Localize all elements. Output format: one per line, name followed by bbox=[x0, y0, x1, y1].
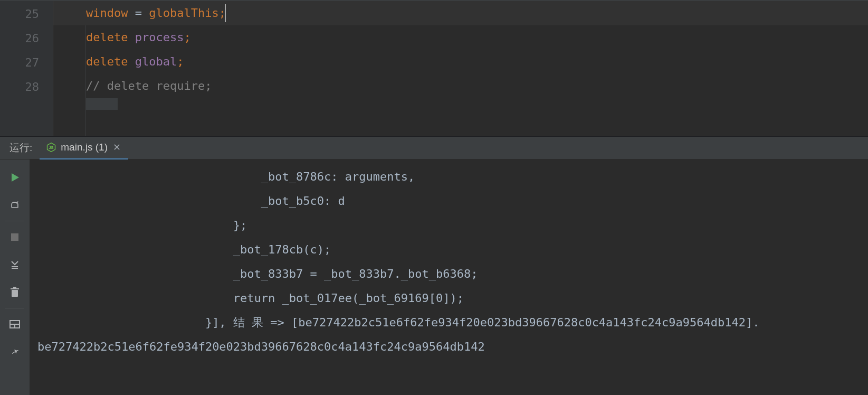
settings-button[interactable] bbox=[4, 194, 25, 215]
code-token: = bbox=[128, 6, 149, 20]
code-token: window bbox=[86, 6, 128, 20]
run-header: 运行: JS main.js (1) ✕ bbox=[0, 137, 868, 159]
line-number: 26 bbox=[0, 26, 53, 51]
nodejs-icon: JS bbox=[46, 142, 56, 153]
code-token: ; bbox=[219, 6, 226, 20]
code-line-partial bbox=[53, 98, 868, 110]
code-token: globalThis bbox=[149, 6, 218, 20]
code-token: ; bbox=[177, 55, 184, 68]
pin-button[interactable] bbox=[4, 341, 25, 362]
console-output[interactable]: _bot_8786c: arguments, _bot_b5c0: d }; _… bbox=[30, 159, 868, 395]
run-panel-label: 运行: bbox=[0, 141, 40, 155]
code-area[interactable]: window = globalThis; delete process; del… bbox=[53, 1, 868, 136]
code-token: process bbox=[135, 31, 184, 44]
run-tab[interactable]: JS main.js (1) ✕ bbox=[40, 136, 128, 160]
clear-button[interactable] bbox=[4, 281, 25, 303]
code-line[interactable]: window = globalThis; bbox=[53, 1, 868, 25]
line-number: 28 bbox=[0, 75, 53, 99]
svg-marker-2 bbox=[12, 173, 19, 182]
svg-rect-6 bbox=[12, 290, 18, 297]
code-token: ; bbox=[184, 31, 190, 44]
code-line[interactable]: // delete require; bbox=[53, 74, 868, 98]
layout-button[interactable] bbox=[4, 314, 25, 335]
run-tool-window: 运行: JS main.js (1) ✕ bbox=[0, 136, 868, 395]
line-number: 25 bbox=[0, 2, 53, 26]
run-button[interactable] bbox=[4, 167, 25, 188]
code-token: // delete require; bbox=[86, 79, 212, 92]
svg-rect-8 bbox=[13, 287, 16, 288]
sidebar-separator bbox=[5, 221, 24, 221]
code-line[interactable]: delete process; bbox=[53, 25, 868, 50]
svg-rect-3 bbox=[11, 233, 18, 241]
sidebar-separator bbox=[5, 308, 24, 308]
code-token: delete bbox=[86, 31, 135, 44]
code-token: delete bbox=[86, 55, 135, 68]
line-number: 27 bbox=[0, 51, 53, 75]
svg-rect-7 bbox=[11, 288, 19, 289]
run-body: _bot_8786c: arguments, _bot_b5c0: d }; _… bbox=[0, 159, 868, 395]
code-editor[interactable]: 25 26 27 28 window = globalThis; delete … bbox=[0, 1, 868, 136]
text-cursor bbox=[225, 4, 226, 22]
code-token: global bbox=[135, 55, 177, 68]
scroll-to-end-button[interactable] bbox=[4, 254, 25, 275]
svg-text:JS: JS bbox=[49, 145, 54, 150]
stop-button[interactable] bbox=[4, 227, 25, 248]
code-line[interactable]: delete global; bbox=[53, 50, 868, 74]
run-tab-label: main.js (1) bbox=[61, 142, 108, 153]
close-icon[interactable]: ✕ bbox=[112, 143, 122, 152]
editor-gutter: 25 26 27 28 bbox=[0, 1, 53, 136]
run-sidebar bbox=[0, 159, 30, 395]
